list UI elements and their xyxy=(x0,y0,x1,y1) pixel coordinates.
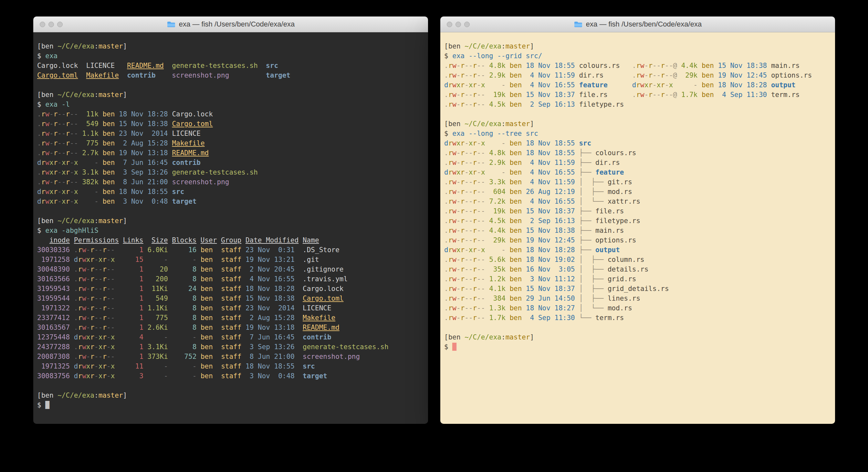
minimize-button[interactable] xyxy=(49,22,54,27)
text-segment: ben xyxy=(102,120,115,128)
text-segment xyxy=(505,285,510,293)
text-segment: mod.rs xyxy=(608,304,632,312)
permission-char: d xyxy=(37,159,41,167)
text-segment xyxy=(522,100,526,108)
permission-char: - xyxy=(653,81,657,89)
terminal-line: drwxr-xr-x - ben 18 Nov 18:55 src xyxy=(444,138,831,148)
text-segment xyxy=(241,265,246,273)
text-segment xyxy=(294,372,303,380)
permission-char: - xyxy=(106,343,111,351)
text-segment: ben xyxy=(102,178,115,186)
text-segment xyxy=(119,275,123,283)
permission-char: r xyxy=(448,149,453,157)
text-segment: │ ├── xyxy=(579,295,608,302)
text-segment xyxy=(196,246,200,254)
text-segment: src xyxy=(266,62,278,69)
permission-char: w xyxy=(640,62,645,69)
permission-char: x xyxy=(111,256,115,264)
permission-char xyxy=(115,372,119,380)
permission-char: - xyxy=(62,110,66,118)
text-segment xyxy=(485,227,489,234)
permission-char: - xyxy=(58,198,62,205)
text-segment xyxy=(115,159,119,167)
text-segment: Permissions xyxy=(74,236,119,244)
text-segment xyxy=(144,285,148,293)
text-segment: Links xyxy=(123,236,144,244)
permission-char: w xyxy=(82,275,86,283)
text-segment: master xyxy=(505,120,530,128)
permission-char: - xyxy=(477,198,481,205)
close-button[interactable] xyxy=(40,22,45,27)
text-segment xyxy=(505,188,510,196)
permission-char: r xyxy=(461,275,465,283)
text-segment xyxy=(164,62,172,69)
zoom-button[interactable] xyxy=(464,22,470,27)
permission-char: - xyxy=(477,169,481,176)
permission-char: - xyxy=(477,91,481,98)
permission-char: - xyxy=(465,275,469,283)
text-segment: git.rs xyxy=(608,178,632,186)
text-segment: ben xyxy=(102,198,115,205)
text-segment: ben xyxy=(509,217,522,225)
permission-char: . xyxy=(444,227,448,234)
terminal-line: $ █ xyxy=(444,342,831,352)
text-segment xyxy=(168,236,172,244)
text-segment xyxy=(677,62,681,69)
permission-char: - xyxy=(457,217,461,225)
text-segment xyxy=(98,159,103,167)
permission-char: - xyxy=(106,265,111,273)
terminal-content-dark[interactable]: [ben ~/C/e/exa:master]$ exaCargo.lock LI… xyxy=(33,32,428,424)
text-segment xyxy=(98,149,103,157)
zoom-button[interactable] xyxy=(57,22,63,27)
text-segment: .travis.yml xyxy=(303,275,348,283)
titlebar[interactable]: exa — fish /Users/ben/Code/exa/exa xyxy=(440,17,835,32)
text-segment: ben xyxy=(102,139,115,147)
text-segment: └── xyxy=(579,314,595,322)
permission-char: w xyxy=(452,265,457,273)
permission-char: r xyxy=(473,178,477,186)
permission-char: - xyxy=(469,227,473,234)
minimize-button[interactable] xyxy=(456,22,461,27)
text-segment: ben xyxy=(509,149,522,157)
text-segment xyxy=(168,178,172,186)
text-segment: 30163567 xyxy=(37,324,70,331)
text-segment: ├── xyxy=(579,246,595,254)
text-segment: ben xyxy=(200,333,217,341)
permission-char: . xyxy=(37,120,41,128)
text-segment: ben xyxy=(102,149,115,157)
permission-char: - xyxy=(457,198,461,205)
titlebar[interactable]: exa — fish /Users/ben/Code/exa/exa xyxy=(33,17,428,32)
permission-char: r xyxy=(448,169,453,176)
text-segment: ben xyxy=(509,169,522,176)
permission-char: - xyxy=(74,130,78,138)
permission-char: . xyxy=(74,324,78,331)
close-button[interactable] xyxy=(447,22,452,27)
terminal-line: 30048390 .rw-r--r-- 1 20 8 ben staff 2 N… xyxy=(37,264,424,274)
text-segment xyxy=(575,246,579,254)
permission-char: - xyxy=(469,275,473,283)
text-segment xyxy=(115,188,119,196)
text-segment xyxy=(196,333,200,341)
permission-char: - xyxy=(94,285,98,293)
text-segment: 4 Nov 16:55 xyxy=(246,275,294,283)
permission-char: - xyxy=(465,149,469,157)
permission-char: w xyxy=(82,353,86,360)
text-segment xyxy=(575,149,579,157)
permission-char: r xyxy=(448,227,453,234)
permission-char: r xyxy=(102,265,106,273)
permission-char: - xyxy=(457,275,461,283)
terminal-line: .rw-r--r-- 549 ben 15 Nov 18:38 Cargo.to… xyxy=(37,119,424,129)
permission-char: - xyxy=(481,295,485,302)
permission-char: - xyxy=(457,295,461,302)
text-segment xyxy=(98,139,103,147)
text-segment: .DS_Store xyxy=(303,246,340,254)
terminal-content-light[interactable]: [ben ~/C/e/exa:master]$ exa --long --gri… xyxy=(440,32,835,424)
permission-char: w xyxy=(45,110,50,118)
text-segment: ~/C/e/exa xyxy=(465,120,501,128)
permission-char: r xyxy=(448,236,453,244)
permission-char: x xyxy=(481,139,485,147)
text-segment: ben xyxy=(200,256,217,264)
permission-char: . xyxy=(37,110,41,118)
text-segment xyxy=(144,353,148,360)
permission-char: r xyxy=(473,265,477,273)
